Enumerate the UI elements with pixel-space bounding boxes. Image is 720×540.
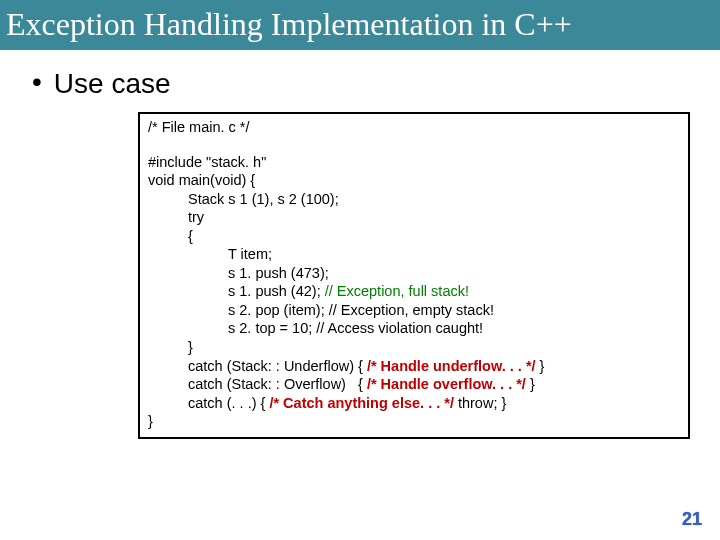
slide: Exception Handling Implementation in C++… (0, 0, 720, 540)
slide-title: Exception Handling Implementation in C++ (0, 0, 720, 50)
code-token: catch (Stack: : Underflow) { (188, 358, 367, 374)
code-line: /* File main. c */ (148, 118, 680, 137)
code-comment: /* Handle overflow. . . */ (367, 376, 526, 392)
code-token: ) { (242, 172, 256, 188)
code-comment: /* Catch anything else. . . */ (269, 395, 458, 411)
code-line: { (148, 227, 680, 246)
bullet-dot-icon: • (28, 68, 42, 96)
page-number: 21 (682, 509, 702, 530)
code-token: s 1. push (42); (228, 283, 325, 299)
code-token: catch (. . .) { (188, 395, 269, 411)
code-token: } (536, 358, 545, 374)
slide-body: • Use case /* File main. c */ #include "… (0, 50, 720, 439)
code-line: void main(void) { (148, 171, 680, 190)
code-box: /* File main. c */ #include "stack. h" v… (138, 112, 690, 439)
code-line: } (148, 412, 680, 431)
code-line: catch (Stack: : Overflow) { /* Handle ov… (148, 375, 680, 394)
code-comment: // Exception, full stack! (325, 283, 469, 299)
code-line: } (148, 338, 680, 357)
code-line: s 1. push (42); // Exception, full stack… (148, 282, 680, 301)
code-line: #include "stack. h" (148, 153, 680, 172)
code-token: catch (Stack: : Overflow) { (188, 376, 367, 392)
code-token: } (526, 376, 535, 392)
code-line: catch (. . .) { /* Catch anything else. … (148, 394, 680, 413)
code-line: try (148, 208, 680, 227)
code-line: T item; (148, 245, 680, 264)
code-token: main( (175, 172, 215, 188)
code-line: catch (Stack: : Underflow) { /* Handle u… (148, 357, 680, 376)
code-token: throw; } (458, 395, 506, 411)
code-line: Stack s 1 (1), s 2 (100); (148, 190, 680, 209)
code-line: s 2. top = 10; // Access violation caugh… (148, 319, 680, 338)
code-line: s 2. pop (item); // Exception, empty sta… (148, 301, 680, 320)
code-token: void (215, 172, 242, 188)
code-token: void (148, 172, 175, 188)
code-line: s 1. push (473); (148, 264, 680, 283)
code-blank-line (148, 137, 680, 153)
code-comment: /* Handle underflow. . . */ (367, 358, 536, 374)
bullet-use-case: • Use case (28, 68, 692, 100)
bullet-text: Use case (54, 68, 171, 100)
